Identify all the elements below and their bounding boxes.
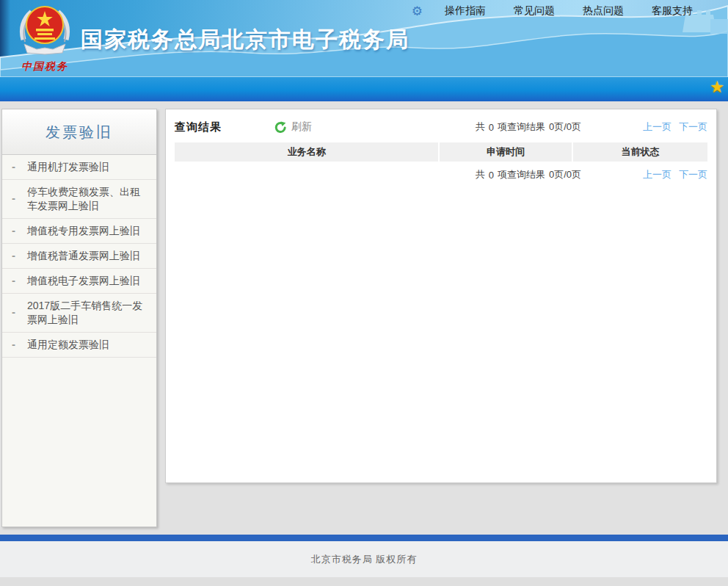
nav-link-customer-support[interactable]: 客服支持 [652,4,693,18]
nav-link-operation-guide[interactable]: 操作指南 [445,4,486,18]
sidebar-item-general-machine-printed[interactable]: - 通用机打发票验旧 [2,155,156,180]
page-indicator: 0页/0页 [549,120,581,134]
refresh-button[interactable]: 刷新 [274,120,312,134]
sidebar-item-vat-electronic-invoice[interactable]: - 增值税电子发票网上验旧 [2,269,156,294]
bottom-strip [0,577,728,586]
pagination: 上一页 下一页 [643,120,707,134]
site-title: 国家税务总局北京市电子税务局 [81,25,410,55]
sidebar-menu: - 通用机打发票验旧 - 停车收费定额发票、出租车发票网上验旧 - 增值税专用发… [2,155,156,358]
sidebar-item-parking-taxi-invoice[interactable]: - 停车收费定额发票、出租车发票网上验旧 [2,180,156,219]
dash-bullet-icon: - [12,305,15,318]
result-count: 0 [489,122,494,133]
sidebar-item-general-fixed-amount[interactable]: - 通用定额发票验旧 [2,333,156,358]
refresh-icon [274,121,287,134]
page-footer: 北京市税务局 版权所有 [0,541,728,577]
prev-page-link[interactable]: 上一页 [643,168,671,181]
dash-bullet-icon: - [12,274,15,286]
column-header-apply-time: 申请时间 [438,142,572,162]
tax-emblem-logo: 中国税务 [12,3,78,76]
panel-title: 查询结果 [175,120,222,134]
query-results-panel: 查询结果 刷新 共 0 项查询结果 0页/0页 上一页 下一页 业务名称 申请时… [165,109,717,483]
result-summary-bottom: 共 0 项查询结果 0页/0页 [476,168,581,181]
favorite-star-icon[interactable]: ★ [710,79,724,95]
blue-navbar: ★ [0,77,728,101]
column-header-current-status: 当前状态 [572,142,707,162]
sidebar: 发票验旧 - 通用机打发票验旧 - 停车收费定额发票、出租车发票网上验旧 - 增… [1,109,157,527]
prev-page-link[interactable]: 上一页 [643,120,671,134]
gear-icon[interactable]: ⚙ [412,5,423,18]
footer-accent-line [0,535,728,541]
site-header: 中国税务 国家税务总局北京市电子税务局 ⚙ 操作指南 常见问题 热点问题 客服支… [0,0,728,77]
result-count: 0 [489,170,494,181]
dash-bullet-icon: - [12,338,15,350]
nav-link-faq[interactable]: 常见问题 [514,4,555,18]
pagination-bottom: 上一页 下一页 [643,168,707,181]
dash-bullet-icon: - [12,160,15,173]
dash-bullet-icon: - [12,224,15,236]
dash-bullet-icon: - [12,249,15,261]
sidebar-item-vat-special-invoice[interactable]: - 增值税专用发票网上验旧 [2,219,156,244]
nav-link-hot-topics[interactable]: 热点问题 [583,4,624,18]
column-header-business-name: 业务名称 [175,142,438,162]
result-summary: 共 0 项查询结果 0页/0页 [476,120,581,134]
sidebar-title: 发票验旧 [2,109,156,155]
copyright-text: 北京市税务局 版权所有 [311,553,418,566]
next-page-link[interactable]: 下一页 [679,120,707,134]
table-header-row: 业务名称 申请时间 当前状态 [175,142,707,162]
logo-caption: 中国税务 [12,60,78,73]
tax-emblem-icon [12,3,78,60]
top-nav: ⚙ 操作指南 常见问题 热点问题 客服支持 [412,4,693,18]
dash-bullet-icon: - [12,192,15,204]
result-toolbar: 查询结果 刷新 共 0 项查询结果 0页/0页 上一页 下一页 [175,118,707,136]
bottom-info-bar: 共 0 项查询结果 0页/0页 上一页 下一页 [175,166,707,184]
sidebar-item-vat-ordinary-invoice[interactable]: - 增值税普通发票网上验旧 [2,244,156,269]
sidebar-item-used-car-invoice-2017[interactable]: - 2017版二手车销售统一发票网上验旧 [2,294,156,333]
next-page-link[interactable]: 下一页 [679,168,707,181]
page-indicator: 0页/0页 [549,168,581,181]
